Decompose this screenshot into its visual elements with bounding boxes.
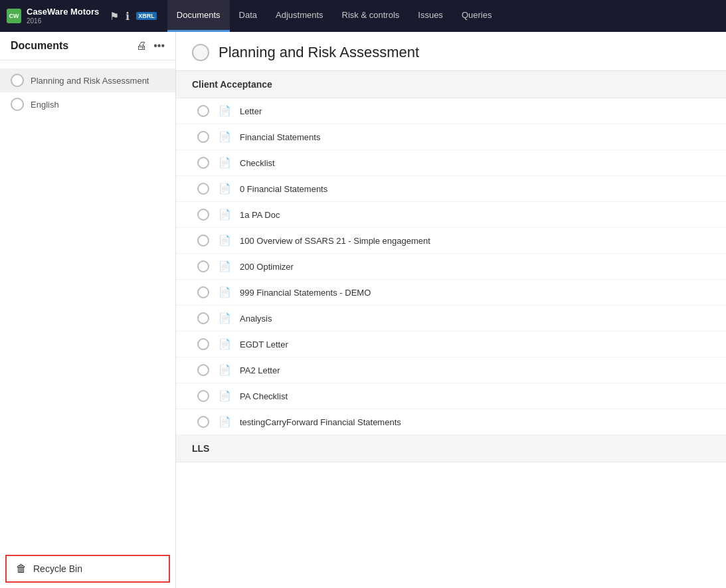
doc-item[interactable]: 📄 Letter — [176, 98, 726, 124]
doc-name: Analysis — [240, 314, 272, 324]
brand: CW CaseWare Motors 2016 — [7, 7, 99, 24]
doc-radio — [197, 390, 209, 402]
doc-name: 999 Financial Statements - DEMO — [240, 288, 371, 298]
doc-item[interactable]: 📄 PA2 Letter — [176, 357, 726, 383]
doc-name: PA2 Letter — [240, 365, 280, 375]
doc-name: Financial Statements — [240, 132, 320, 142]
recycle-bin-label: Recycle Bin — [33, 563, 82, 574]
nav-item-documents[interactable]: Documents — [167, 0, 230, 32]
page-title: Planning and Risk Assessment — [219, 44, 419, 61]
main-content: Planning and Risk Assessment Client Acce… — [176, 32, 726, 588]
doc-radio — [197, 235, 209, 246]
sidebar-content: Planning and Risk Assessment English — [0, 60, 175, 549]
doc-file-icon: 📄 — [219, 416, 230, 428]
doc-file-icon: 📄 — [219, 131, 230, 143]
doc-radio — [197, 260, 209, 272]
doc-name: Letter — [240, 106, 262, 116]
section-0: Client Acceptance 📄 Letter 📄 Financial S… — [176, 71, 726, 435]
doc-radio — [197, 364, 209, 376]
sidebar-item-label: Planning and Risk Assessment — [31, 76, 149, 86]
brand-icon: CW — [7, 9, 21, 23]
nav-item-queries[interactable]: Queries — [452, 0, 501, 32]
brand-name: CaseWare Motors — [27, 7, 99, 17]
nav-item-data[interactable]: Data — [230, 0, 266, 32]
doc-name: testingCarryForward Financial Statements — [240, 417, 401, 427]
doc-name: Checklist — [240, 158, 275, 168]
doc-name: 0 Financial Statements — [240, 184, 327, 194]
sidebar: Documents 🖨 ••• Planning and Risk Assess… — [0, 32, 176, 588]
doc-file-icon: 📄 — [219, 183, 230, 195]
doc-item[interactable]: 📄 PA Checklist — [176, 383, 726, 409]
doc-item[interactable]: 📄 Financial Statements — [176, 124, 726, 150]
doc-item[interactable]: 📄 100 Overview of SSARS 21 - Simple enga… — [176, 228, 726, 254]
brand-text: CaseWare Motors 2016 — [27, 7, 99, 24]
main-layout: Documents 🖨 ••• Planning and Risk Assess… — [0, 32, 726, 588]
doc-radio — [197, 286, 209, 298]
doc-name: 100 Overview of SSARS 21 - Simple engage… — [240, 236, 430, 246]
doc-name: 200 Optimizer — [240, 262, 294, 272]
nav-item-risk-and-controls[interactable]: Risk & controls — [333, 0, 409, 32]
section-header-0: Client Acceptance — [176, 71, 726, 98]
doc-file-icon: 📄 — [219, 390, 230, 402]
doc-file-icon: 📄 — [219, 338, 230, 350]
doc-radio — [197, 105, 209, 117]
recycle-bin-icon: 🗑 — [16, 563, 27, 575]
sidebar-actions: 🖨 ••• — [136, 40, 165, 52]
sidebar-item-english[interactable]: English — [0, 92, 175, 116]
doc-item[interactable]: 📄 Analysis — [176, 306, 726, 332]
section-1: LLS — [176, 435, 726, 462]
doc-file-icon: 📄 — [219, 312, 230, 324]
sections-container: Client Acceptance 📄 Letter 📄 Financial S… — [176, 71, 726, 462]
doc-file-icon: 📄 — [219, 235, 230, 246]
doc-file-icon: 📄 — [219, 209, 230, 221]
doc-radio — [197, 416, 209, 428]
doc-file-icon: 📄 — [219, 105, 230, 117]
doc-radio — [197, 183, 209, 195]
sidebar-header: Documents 🖨 ••• — [0, 32, 175, 60]
doc-item[interactable]: 📄 EGDT Letter — [176, 332, 726, 357]
sidebar-item-label: English — [31, 100, 59, 110]
section-header-1: LLS — [176, 435, 726, 462]
flag-icon[interactable]: ⚑ — [110, 10, 119, 23]
doc-radio — [197, 209, 209, 221]
doc-file-icon: 📄 — [219, 286, 230, 298]
sidebar-radio — [11, 98, 24, 111]
doc-radio — [197, 157, 209, 169]
recycle-bin[interactable]: 🗑 Recycle Bin — [5, 555, 170, 583]
sidebar-radio — [11, 74, 24, 87]
nav-item-issues[interactable]: Issues — [408, 0, 452, 32]
doc-item[interactable]: 📄 1a PA Doc — [176, 202, 726, 228]
doc-name: EGDT Letter — [240, 340, 288, 349]
content-header: Planning and Risk Assessment — [176, 32, 726, 71]
nav-item-adjustments[interactable]: Adjustments — [266, 0, 333, 32]
xbrl-icon[interactable]: XBRL — [136, 12, 157, 20]
doc-file-icon: 📄 — [219, 157, 230, 169]
doc-name: 1a PA Doc — [240, 210, 280, 220]
top-navbar: CW CaseWare Motors 2016 ⚑ ℹ XBRL Documen… — [0, 0, 726, 32]
doc-item[interactable]: 📄 0 Financial Statements — [176, 176, 726, 202]
sidebar-item-planning-and-risk-assessment[interactable]: Planning and Risk Assessment — [0, 68, 175, 92]
doc-radio — [197, 312, 209, 324]
info-icon[interactable]: ℹ — [126, 10, 130, 23]
doc-radio — [197, 131, 209, 143]
doc-file-icon: 📄 — [219, 260, 230, 272]
doc-item[interactable]: 📄 999 Financial Statements - DEMO — [176, 280, 726, 306]
doc-item[interactable]: 📄 200 Optimizer — [176, 254, 726, 280]
navbar-icons: ⚑ ℹ XBRL — [110, 10, 157, 23]
more-options-icon[interactable]: ••• — [153, 40, 165, 52]
doc-radio — [197, 338, 209, 350]
doc-item[interactable]: 📄 Checklist — [176, 150, 726, 176]
page-status-radio[interactable] — [192, 44, 209, 61]
sidebar-title: Documents — [11, 40, 68, 52]
doc-name: PA Checklist — [240, 391, 288, 401]
doc-list-0: 📄 Letter 📄 Financial Statements 📄 Checkl… — [176, 98, 726, 435]
print-icon[interactable]: 🖨 — [136, 40, 147, 52]
doc-file-icon: 📄 — [219, 364, 230, 376]
doc-item[interactable]: 📄 testingCarryForward Financial Statemen… — [176, 409, 726, 435]
main-nav: DocumentsDataAdjustmentsRisk & controlsI… — [167, 0, 501, 32]
brand-year: 2016 — [27, 17, 99, 25]
